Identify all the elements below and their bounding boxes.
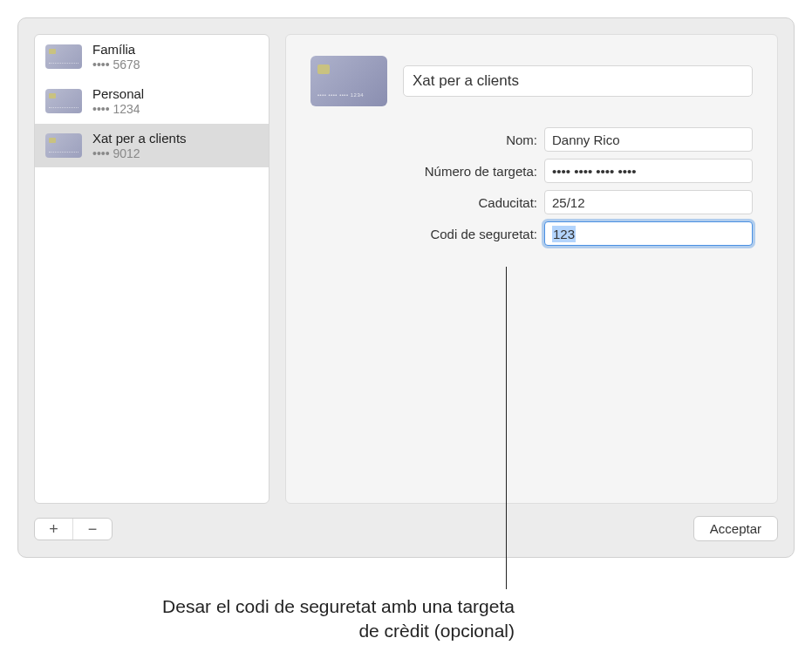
bottom-bar: + − Acceptar (34, 516, 778, 541)
accept-button[interactable]: Acceptar (693, 516, 778, 541)
row-security: Codi de seguretat: 123 (380, 221, 753, 246)
card-sidebar: Família •••• 5678 Personal •••• 1234 Xat… (34, 34, 270, 504)
sidebar-item-masked: •••• 1234 (92, 102, 144, 117)
sidebar-item-personal[interactable]: Personal •••• 1234 (35, 79, 269, 124)
sidebar-item-text: Personal •••• 1234 (92, 86, 144, 117)
form-rows: Nom: Número de targeta: Caducitat: Codi … (380, 127, 753, 246)
input-security[interactable]: 123 (544, 221, 753, 246)
sidebar-item-text: Xat per a clients •••• 9012 (92, 131, 187, 161)
callout-line (506, 267, 507, 589)
add-button[interactable]: + (35, 519, 73, 540)
label-name: Nom: (380, 132, 537, 147)
sidebar-item-title: Personal (92, 86, 144, 102)
input-name[interactable] (544, 127, 753, 152)
label-number: Número de targeta: (380, 164, 537, 179)
detail-header (310, 56, 753, 106)
callout-text: Desar el codi de seguretat amb una targe… (140, 594, 515, 644)
card-title-input[interactable] (403, 65, 753, 97)
detail-panel: Nom: Número de targeta: Caducitat: Codi … (285, 34, 778, 504)
preferences-window: Família •••• 5678 Personal •••• 1234 Xat… (17, 17, 795, 558)
input-number[interactable] (544, 159, 753, 183)
row-number: Número de targeta: (380, 159, 753, 183)
label-expiry: Caducitat: (380, 195, 537, 210)
sidebar-item-title: Xat per a clients (92, 131, 187, 146)
input-security-value: 123 (552, 226, 576, 242)
row-expiry: Caducitat: (380, 190, 753, 214)
credit-card-icon (45, 89, 82, 113)
sidebar-item-title: Família (92, 42, 140, 58)
sidebar-item-masked: •••• 9012 (92, 146, 187, 161)
label-security: Codi de seguretat: (380, 227, 537, 241)
sidebar-item-text: Família •••• 5678 (92, 42, 140, 72)
credit-card-icon (45, 133, 82, 158)
remove-button[interactable]: − (73, 519, 112, 540)
row-name: Nom: (380, 127, 753, 152)
sidebar-item-familia[interactable]: Família •••• 5678 (35, 35, 269, 79)
add-remove-group: + − (34, 518, 113, 540)
sidebar-item-masked: •••• 5678 (92, 58, 140, 72)
input-expiry[interactable] (544, 190, 753, 214)
credit-card-icon-large (310, 56, 387, 106)
sidebar-item-clients[interactable]: Xat per a clients •••• 9012 (35, 124, 269, 168)
main-area: Família •••• 5678 Personal •••• 1234 Xat… (34, 34, 778, 504)
credit-card-icon (45, 44, 82, 69)
